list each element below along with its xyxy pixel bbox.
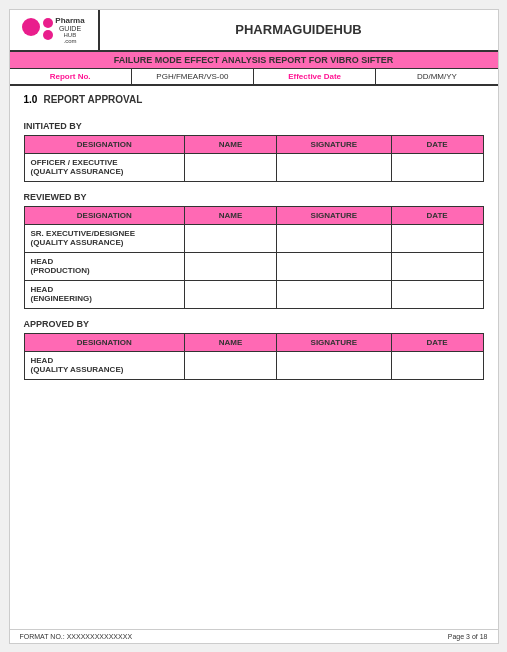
logo-guide: GUIDE	[59, 25, 81, 32]
report-no-label-cell: Report No.	[10, 69, 132, 84]
footer-format-no: FORMAT NO.: XXXXXXXXXXXXXX	[20, 633, 133, 640]
effective-date-value-cell: DD/MM/YY	[376, 69, 497, 84]
col-designation-2: DESIGNATION	[24, 206, 185, 224]
reviewed-designation-2: HEAD(PRODUCTION)	[24, 252, 185, 280]
report-no-value: PGH/FMEAR/VS-00	[156, 72, 228, 81]
col-name-3: NAME	[185, 333, 277, 351]
col-designation-1: DESIGNATION	[24, 135, 185, 153]
reviewed-name-2	[185, 252, 277, 280]
col-date-2: DATE	[391, 206, 483, 224]
reviewed-date-1	[391, 224, 483, 252]
initiated-row-1: OFFICER / EXECUTIVE(QUALITY ASSURANCE)	[24, 153, 483, 181]
reviewed-designation-3: HEAD(ENGINEERING)	[24, 280, 185, 308]
reviewed-row-1: SR. EXECUTIVE/DESIGNEE(QUALITY ASSURANCE…	[24, 224, 483, 252]
reviewed-row-3: HEAD(ENGINEERING)	[24, 280, 483, 308]
circle-small-top-icon	[43, 18, 53, 28]
col-date-3: DATE	[391, 333, 483, 351]
section-number: 1.0	[24, 94, 38, 105]
logo-pharma: Pharma	[55, 16, 84, 25]
approved-sig-1	[276, 351, 391, 379]
col-signature-2: SIGNATURE	[276, 206, 391, 224]
logo-circles	[22, 18, 53, 40]
approved-name-1	[185, 351, 277, 379]
approved-row-1: HEAD(QUALITY ASSURANCE)	[24, 351, 483, 379]
reviewed-date-2	[391, 252, 483, 280]
initiated-by-header-row: DESIGNATION NAME SIGNATURE DATE	[24, 135, 483, 153]
approved-by-label: APPROVED BY	[24, 319, 484, 329]
page: Pharma GUIDE HUB.com PHARMAGUIDEHUB FAIL…	[9, 9, 499, 644]
section-header: 1.0 REPORT APPROVAL	[24, 94, 484, 111]
report-no-label: Report No.	[50, 72, 91, 81]
initiated-designation-1: OFFICER / EXECUTIVE(QUALITY ASSURANCE)	[24, 153, 185, 181]
col-signature-3: SIGNATURE	[276, 333, 391, 351]
header: Pharma GUIDE HUB.com PHARMAGUIDEHUB	[10, 10, 498, 52]
circle-small-bot-icon	[43, 30, 53, 40]
logo-cell: Pharma GUIDE HUB.com	[10, 10, 100, 50]
approved-by-header-row: DESIGNATION NAME SIGNATURE DATE	[24, 333, 483, 351]
reviewed-designation-1: SR. EXECUTIVE/DESIGNEE(QUALITY ASSURANCE…	[24, 224, 185, 252]
footer-page-info: Page 3 of 18	[448, 633, 488, 640]
initiated-by-label: INITIATED BY	[24, 121, 484, 131]
reviewed-name-1	[185, 224, 277, 252]
effective-date-label-cell: Effective Date	[254, 69, 376, 84]
report-row: Report No. PGH/FMEAR/VS-00 Effective Dat…	[10, 69, 498, 86]
logo-dotcom: HUB.com	[63, 32, 76, 44]
circle-big-icon	[22, 18, 40, 36]
approved-date-1	[391, 351, 483, 379]
section-title: REPORT APPROVAL	[43, 94, 142, 105]
sub-header: FAILURE MODE EFFECT ANALYSIS REPORT FOR …	[10, 52, 498, 69]
reviewed-sig-1	[276, 224, 391, 252]
effective-date-label: Effective Date	[288, 72, 341, 81]
report-no-value-cell: PGH/FMEAR/VS-00	[132, 69, 254, 84]
sub-header-text: FAILURE MODE EFFECT ANALYSIS REPORT FOR …	[114, 55, 393, 65]
col-name-2: NAME	[185, 206, 277, 224]
logo-text: Pharma GUIDE HUB.com	[55, 16, 84, 44]
col-designation-3: DESIGNATION	[24, 333, 185, 351]
reviewed-by-header-row: DESIGNATION NAME SIGNATURE DATE	[24, 206, 483, 224]
content: 1.0 REPORT APPROVAL INITIATED BY DESIGNA…	[10, 86, 498, 629]
reviewed-name-3	[185, 280, 277, 308]
effective-date-value: DD/MM/YY	[417, 72, 457, 81]
initiated-by-table: DESIGNATION NAME SIGNATURE DATE OFFICER …	[24, 135, 484, 182]
reviewed-by-label: REVIEWED BY	[24, 192, 484, 202]
header-title: PHARMAGUIDEHUB	[235, 22, 361, 37]
approved-by-table: DESIGNATION NAME SIGNATURE DATE HEAD(QUA…	[24, 333, 484, 380]
initiated-sig-1	[276, 153, 391, 181]
reviewed-sig-2	[276, 252, 391, 280]
reviewed-sig-3	[276, 280, 391, 308]
footer: FORMAT NO.: XXXXXXXXXXXXXX Page 3 of 18	[10, 629, 498, 643]
header-title-cell: PHARMAGUIDEHUB	[100, 10, 498, 50]
initiated-date-1	[391, 153, 483, 181]
col-name-1: NAME	[185, 135, 277, 153]
col-signature-1: SIGNATURE	[276, 135, 391, 153]
initiated-name-1	[185, 153, 277, 181]
col-date-1: DATE	[391, 135, 483, 153]
reviewed-row-2: HEAD(PRODUCTION)	[24, 252, 483, 280]
approved-designation-1: HEAD(QUALITY ASSURANCE)	[24, 351, 185, 379]
reviewed-date-3	[391, 280, 483, 308]
reviewed-by-table: DESIGNATION NAME SIGNATURE DATE SR. EXEC…	[24, 206, 484, 309]
